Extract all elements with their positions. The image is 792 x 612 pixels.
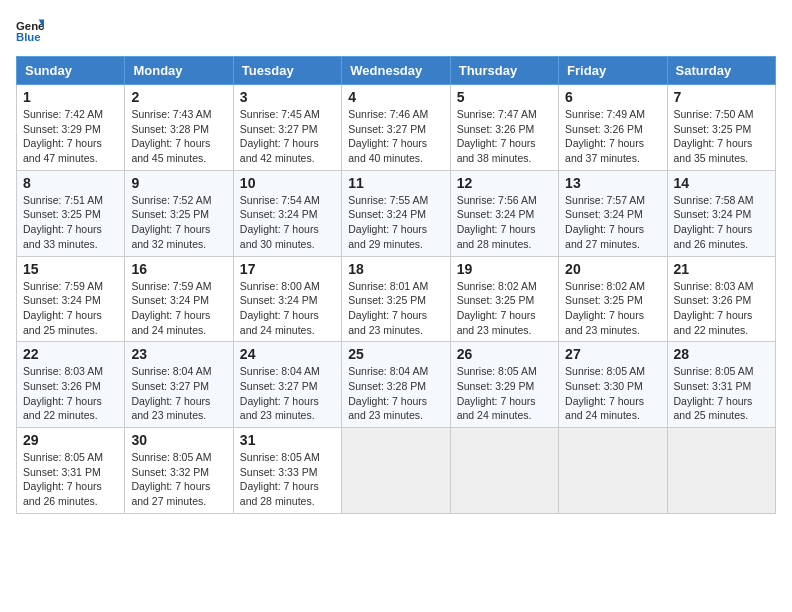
weekday-header-row: SundayMondayTuesdayWednesdayThursdayFrid… [17, 57, 776, 85]
day-cell: 19 Sunrise: 8:02 AMSunset: 3:25 PMDaylig… [450, 256, 558, 342]
day-cell: 12 Sunrise: 7:56 AMSunset: 3:24 PMDaylig… [450, 170, 558, 256]
day-number: 25 [348, 346, 443, 362]
day-cell: 18 Sunrise: 8:01 AMSunset: 3:25 PMDaylig… [342, 256, 450, 342]
day-info: Sunrise: 7:54 AMSunset: 3:24 PMDaylight:… [240, 193, 335, 252]
day-info: Sunrise: 8:04 AMSunset: 3:28 PMDaylight:… [348, 364, 443, 423]
logo-icon: General Blue [16, 16, 44, 44]
svg-text:General: General [16, 20, 44, 32]
day-cell: 1 Sunrise: 7:42 AMSunset: 3:29 PMDayligh… [17, 85, 125, 171]
week-row-2: 8 Sunrise: 7:51 AMSunset: 3:25 PMDayligh… [17, 170, 776, 256]
day-info: Sunrise: 8:00 AMSunset: 3:24 PMDaylight:… [240, 279, 335, 338]
day-cell: 7 Sunrise: 7:50 AMSunset: 3:25 PMDayligh… [667, 85, 775, 171]
day-cell: 30 Sunrise: 8:05 AMSunset: 3:32 PMDaylig… [125, 428, 233, 514]
svg-text:Blue: Blue [16, 31, 41, 43]
header: General Blue [16, 16, 776, 44]
week-row-3: 15 Sunrise: 7:59 AMSunset: 3:24 PMDaylig… [17, 256, 776, 342]
day-cell: 3 Sunrise: 7:45 AMSunset: 3:27 PMDayligh… [233, 85, 341, 171]
day-info: Sunrise: 7:50 AMSunset: 3:25 PMDaylight:… [674, 107, 769, 166]
day-number: 16 [131, 261, 226, 277]
day-info: Sunrise: 7:59 AMSunset: 3:24 PMDaylight:… [131, 279, 226, 338]
day-number: 24 [240, 346, 335, 362]
day-cell: 10 Sunrise: 7:54 AMSunset: 3:24 PMDaylig… [233, 170, 341, 256]
day-number: 11 [348, 175, 443, 191]
day-info: Sunrise: 8:04 AMSunset: 3:27 PMDaylight:… [131, 364, 226, 423]
day-number: 26 [457, 346, 552, 362]
day-cell [342, 428, 450, 514]
day-number: 29 [23, 432, 118, 448]
day-info: Sunrise: 7:52 AMSunset: 3:25 PMDaylight:… [131, 193, 226, 252]
weekday-sunday: Sunday [17, 57, 125, 85]
day-cell: 20 Sunrise: 8:02 AMSunset: 3:25 PMDaylig… [559, 256, 667, 342]
day-number: 18 [348, 261, 443, 277]
day-number: 20 [565, 261, 660, 277]
day-number: 31 [240, 432, 335, 448]
day-number: 19 [457, 261, 552, 277]
day-cell: 15 Sunrise: 7:59 AMSunset: 3:24 PMDaylig… [17, 256, 125, 342]
day-cell: 16 Sunrise: 7:59 AMSunset: 3:24 PMDaylig… [125, 256, 233, 342]
day-info: Sunrise: 8:05 AMSunset: 3:29 PMDaylight:… [457, 364, 552, 423]
week-row-4: 22 Sunrise: 8:03 AMSunset: 3:26 PMDaylig… [17, 342, 776, 428]
day-cell: 17 Sunrise: 8:00 AMSunset: 3:24 PMDaylig… [233, 256, 341, 342]
weekday-friday: Friday [559, 57, 667, 85]
week-row-1: 1 Sunrise: 7:42 AMSunset: 3:29 PMDayligh… [17, 85, 776, 171]
day-number: 8 [23, 175, 118, 191]
day-cell: 26 Sunrise: 8:05 AMSunset: 3:29 PMDaylig… [450, 342, 558, 428]
day-info: Sunrise: 8:02 AMSunset: 3:25 PMDaylight:… [565, 279, 660, 338]
day-number: 23 [131, 346, 226, 362]
day-number: 5 [457, 89, 552, 105]
day-number: 3 [240, 89, 335, 105]
day-number: 12 [457, 175, 552, 191]
week-row-5: 29 Sunrise: 8:05 AMSunset: 3:31 PMDaylig… [17, 428, 776, 514]
day-cell: 22 Sunrise: 8:03 AMSunset: 3:26 PMDaylig… [17, 342, 125, 428]
weekday-thursday: Thursday [450, 57, 558, 85]
day-info: Sunrise: 8:01 AMSunset: 3:25 PMDaylight:… [348, 279, 443, 338]
day-info: Sunrise: 7:46 AMSunset: 3:27 PMDaylight:… [348, 107, 443, 166]
day-cell: 13 Sunrise: 7:57 AMSunset: 3:24 PMDaylig… [559, 170, 667, 256]
logo: General Blue [16, 16, 48, 44]
day-cell: 11 Sunrise: 7:55 AMSunset: 3:24 PMDaylig… [342, 170, 450, 256]
day-number: 6 [565, 89, 660, 105]
day-cell: 21 Sunrise: 8:03 AMSunset: 3:26 PMDaylig… [667, 256, 775, 342]
day-number: 7 [674, 89, 769, 105]
day-info: Sunrise: 7:47 AMSunset: 3:26 PMDaylight:… [457, 107, 552, 166]
day-number: 21 [674, 261, 769, 277]
day-info: Sunrise: 7:56 AMSunset: 3:24 PMDaylight:… [457, 193, 552, 252]
day-info: Sunrise: 7:57 AMSunset: 3:24 PMDaylight:… [565, 193, 660, 252]
day-number: 27 [565, 346, 660, 362]
day-cell [667, 428, 775, 514]
day-cell: 2 Sunrise: 7:43 AMSunset: 3:28 PMDayligh… [125, 85, 233, 171]
day-cell [450, 428, 558, 514]
day-info: Sunrise: 7:55 AMSunset: 3:24 PMDaylight:… [348, 193, 443, 252]
day-info: Sunrise: 8:03 AMSunset: 3:26 PMDaylight:… [674, 279, 769, 338]
calendar-body: 1 Sunrise: 7:42 AMSunset: 3:29 PMDayligh… [17, 85, 776, 514]
day-number: 30 [131, 432, 226, 448]
day-cell: 14 Sunrise: 7:58 AMSunset: 3:24 PMDaylig… [667, 170, 775, 256]
day-cell [559, 428, 667, 514]
day-cell: 23 Sunrise: 8:04 AMSunset: 3:27 PMDaylig… [125, 342, 233, 428]
day-number: 15 [23, 261, 118, 277]
day-number: 22 [23, 346, 118, 362]
day-info: Sunrise: 8:05 AMSunset: 3:32 PMDaylight:… [131, 450, 226, 509]
day-info: Sunrise: 7:43 AMSunset: 3:28 PMDaylight:… [131, 107, 226, 166]
day-number: 14 [674, 175, 769, 191]
day-info: Sunrise: 7:49 AMSunset: 3:26 PMDaylight:… [565, 107, 660, 166]
day-cell: 25 Sunrise: 8:04 AMSunset: 3:28 PMDaylig… [342, 342, 450, 428]
weekday-monday: Monday [125, 57, 233, 85]
day-info: Sunrise: 7:45 AMSunset: 3:27 PMDaylight:… [240, 107, 335, 166]
day-info: Sunrise: 7:59 AMSunset: 3:24 PMDaylight:… [23, 279, 118, 338]
day-cell: 28 Sunrise: 8:05 AMSunset: 3:31 PMDaylig… [667, 342, 775, 428]
day-number: 10 [240, 175, 335, 191]
day-info: Sunrise: 8:05 AMSunset: 3:31 PMDaylight:… [23, 450, 118, 509]
day-cell: 9 Sunrise: 7:52 AMSunset: 3:25 PMDayligh… [125, 170, 233, 256]
day-info: Sunrise: 7:42 AMSunset: 3:29 PMDaylight:… [23, 107, 118, 166]
day-info: Sunrise: 8:03 AMSunset: 3:26 PMDaylight:… [23, 364, 118, 423]
day-info: Sunrise: 8:05 AMSunset: 3:30 PMDaylight:… [565, 364, 660, 423]
day-info: Sunrise: 8:02 AMSunset: 3:25 PMDaylight:… [457, 279, 552, 338]
day-cell: 24 Sunrise: 8:04 AMSunset: 3:27 PMDaylig… [233, 342, 341, 428]
day-info: Sunrise: 7:51 AMSunset: 3:25 PMDaylight:… [23, 193, 118, 252]
weekday-tuesday: Tuesday [233, 57, 341, 85]
day-cell: 4 Sunrise: 7:46 AMSunset: 3:27 PMDayligh… [342, 85, 450, 171]
day-cell: 27 Sunrise: 8:05 AMSunset: 3:30 PMDaylig… [559, 342, 667, 428]
day-number: 13 [565, 175, 660, 191]
day-cell: 31 Sunrise: 8:05 AMSunset: 3:33 PMDaylig… [233, 428, 341, 514]
